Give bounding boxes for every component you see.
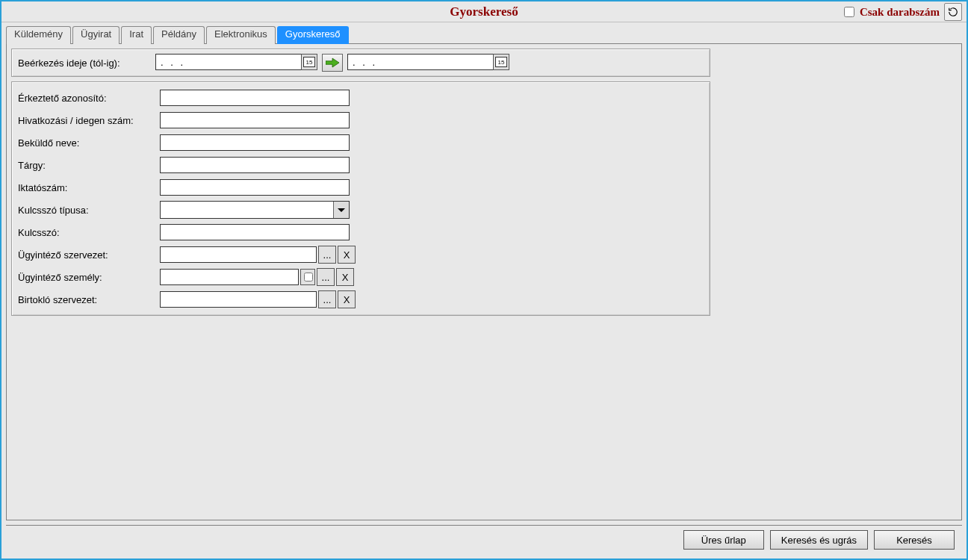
input-ugyintezo-szemely[interactable] — [160, 269, 299, 285]
label-ugyintezo-szervezet: Ügyintéző szervezet: — [18, 249, 160, 261]
label-kulcsszo-tipus: Kulcsszó típusa: — [18, 205, 160, 216]
lookup-ugyintezo-szemely-button[interactable]: ... — [317, 268, 335, 286]
date-to-wrap: 15 — [347, 54, 509, 72]
row-bekuldo: Beküldő neve: — [18, 131, 704, 154]
search-and-jump-button[interactable]: Keresés és ugrás — [770, 530, 868, 550]
input-ugyintezo-szervezet[interactable] — [160, 246, 317, 263]
date-from-wrap: 15 — [155, 54, 317, 72]
label-iktatoszam: Iktatószám: — [18, 182, 160, 193]
row-kulcsszo-tipus: Kulcsszó típusa: — [18, 199, 704, 221]
input-erkezteto[interactable] — [160, 90, 350, 106]
only-count-checkbox[interactable] — [844, 7, 854, 17]
clear-ugyintezo-szemely-button[interactable]: X — [336, 268, 354, 286]
calendar-icon: 15 — [303, 57, 315, 67]
input-iktatoszam[interactable] — [160, 179, 350, 196]
row-hivatkozasi: Hivatkozási / idegen szám: — [18, 109, 704, 131]
label-bekuldo: Beküldő neve: — [18, 137, 160, 149]
refresh-icon — [948, 7, 958, 17]
clear-form-button[interactable]: Üres űrlap — [683, 530, 764, 550]
row-iktatoszam: Iktatószám: — [18, 176, 704, 199]
app-window: Gyorskereső Csak darabszám Küldemény Ügy… — [0, 0, 968, 560]
input-bekuldo[interactable] — [160, 134, 350, 151]
row-kulcsszo: Kulcsszó: — [18, 221, 704, 243]
ugyintezo-szemely-checkbox[interactable] — [304, 273, 313, 281]
input-kulcsszo[interactable] — [160, 224, 350, 240]
input-targy[interactable] — [160, 157, 350, 173]
search-button[interactable]: Keresés — [874, 530, 955, 550]
row-ugyintezo-szemely: Ügyintéző személy: ... X — [18, 266, 704, 288]
input-birtoklo-szervezet[interactable] — [160, 291, 317, 308]
lookup-birtoklo-szervezet-button[interactable]: ... — [318, 290, 336, 308]
lookup-ugyintezo-szervezet-button[interactable]: ... — [318, 246, 336, 264]
label-targy: Tárgy: — [18, 160, 160, 171]
date-to-input[interactable] — [347, 54, 494, 70]
page-title: Gyorskereső — [450, 4, 518, 19]
title-bar: Gyorskereső Csak darabszám — [1, 1, 967, 22]
label-birtoklo-szervezet: Birtokló szervezet: — [18, 294, 160, 305]
label-erkezteto: Érkeztető azonosító: — [18, 93, 160, 104]
row-erkezteto: Érkeztető azonosító: — [18, 87, 704, 109]
label-hivatkozasi: Hivatkozási / idegen szám: — [18, 115, 160, 126]
tab-peldany[interactable]: Példány — [153, 26, 205, 44]
search-fields-panel: Érkeztető azonosító: Hivatkozási / idege… — [11, 81, 710, 316]
refresh-button[interactable] — [944, 3, 962, 21]
clear-birtoklo-szervezet-button[interactable]: X — [338, 290, 356, 308]
date-to-calendar-button[interactable]: 15 — [493, 54, 509, 70]
label-ugyintezo-szemely: Ügyintéző személy: — [18, 272, 160, 283]
row-targy: Tárgy: — [18, 154, 704, 176]
only-count-label: Csak darabszám — [860, 6, 940, 19]
clear-ugyintezo-szervezet-button[interactable]: X — [338, 246, 356, 264]
chevron-down-icon[interactable] — [333, 202, 349, 218]
row-ugyintezo-szervezet: Ügyintéző szervezet: ... X — [18, 243, 704, 266]
content-area: Beérkezés ideje (tól-ig): 15 15 — [6, 43, 962, 520]
combo-kulcsszo-tipus[interactable] — [160, 201, 350, 219]
arrow-right-icon — [326, 57, 339, 68]
calendar-icon: 15 — [495, 57, 507, 67]
label-kulcsszo: Kulcsszó: — [18, 227, 160, 238]
bottom-bar: Üres űrlap Keresés és ugrás Keresés — [6, 525, 962, 554]
input-hivatkozasi[interactable] — [160, 112, 350, 128]
ugyintezo-szemely-checkbox-wrap[interactable] — [300, 269, 315, 285]
date-from-calendar-button[interactable]: 15 — [301, 54, 317, 70]
tab-kuldemeny[interactable]: Küldemény — [6, 26, 71, 44]
date-range-label: Beérkezés ideje (tól-ig): — [18, 57, 151, 69]
tab-irat[interactable]: Irat — [121, 26, 152, 44]
date-from-input[interactable] — [155, 54, 302, 70]
title-bar-right: Csak darabszám — [841, 3, 962, 21]
tabs-row: Küldemény Ügyirat Irat Példány Elektroni… — [1, 22, 967, 43]
tab-elektronikus[interactable]: Elektronikus — [206, 26, 276, 44]
only-count-toggle[interactable]: Csak darabszám — [841, 4, 940, 19]
date-range-panel: Beérkezés ideje (tól-ig): 15 15 — [11, 49, 710, 77]
row-birtoklo-szervezet: Birtokló szervezet: ... X — [18, 288, 704, 311]
svg-marker-0 — [326, 58, 339, 67]
copy-date-forward-button[interactable] — [322, 54, 343, 72]
tab-gyorskereso[interactable]: Gyorskereső — [277, 26, 349, 44]
tab-ugyirat[interactable]: Ügyirat — [72, 26, 120, 44]
